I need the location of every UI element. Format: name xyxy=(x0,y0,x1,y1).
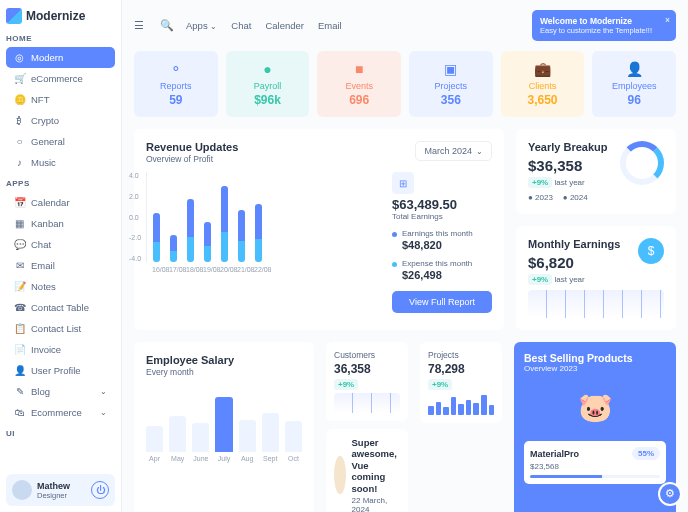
yearly-breakup-card: Yearly Breakup $36,358 +9% last year ● 2… xyxy=(516,129,676,214)
nav-kanban[interactable]: ▦Kanban xyxy=(6,213,115,234)
table-icon: ☎ xyxy=(14,302,25,313)
nav-label: Chat xyxy=(31,239,51,250)
coin-icon: 🪙 xyxy=(14,94,25,105)
close-icon[interactable]: × xyxy=(665,15,670,25)
search-icon[interactable]: 🔍 xyxy=(160,19,174,33)
nav-nft[interactable]: 🪙NFT xyxy=(6,89,115,110)
sparkline xyxy=(334,393,400,413)
trend-badge: +9% xyxy=(428,379,452,390)
sidebar: Modernize HOME ◎Modern 🛒eCommerce 🪙NFT ₿… xyxy=(0,0,122,512)
stat-value: $96k xyxy=(232,93,304,107)
stat-projects[interactable]: ▣Projects356 xyxy=(409,51,493,117)
nav-general[interactable]: ○General xyxy=(6,131,115,152)
grid-icon: ⊞ xyxy=(392,172,414,194)
note-icon: 📝 xyxy=(14,281,25,292)
topnav-chat[interactable]: Chat xyxy=(231,20,251,31)
stat-label: Reports xyxy=(140,81,212,91)
event-title: Super awesome, Vue coming soon! xyxy=(352,437,400,494)
piggy-bank-icon: 🐷 xyxy=(524,377,666,437)
best-selling-card: Best Selling Products Overview 2023 🐷 Ma… xyxy=(514,342,676,512)
topbar: ☰ 🔍 Apps ⌄ Chat Calender Email Welcome t… xyxy=(134,0,676,51)
topnav-email[interactable]: Email xyxy=(318,20,342,31)
top-nav: Apps ⌄ Chat Calender Email xyxy=(186,20,342,31)
basket-icon: 🛍 xyxy=(14,407,25,418)
nav-ecommerce[interactable]: 🛒eCommerce xyxy=(6,68,115,89)
mail-icon: ✉ xyxy=(14,260,25,271)
nav-label: Crypto xyxy=(31,115,59,126)
share-icon: ⚬ xyxy=(140,61,212,77)
legend-2024: ● 2024 xyxy=(563,193,588,202)
chat-icon: 💬 xyxy=(14,239,25,250)
chevron-down-icon: ⌄ xyxy=(210,22,217,31)
stat-label: Events xyxy=(323,81,395,91)
settings-fab[interactable]: ⚙ xyxy=(658,482,682,506)
welcome-banner: Welcome to Modernize Easy to customize t… xyxy=(532,10,676,41)
main: ☰ 🔍 Apps ⌄ Chat Calender Email Welcome t… xyxy=(122,0,688,512)
nav-notes[interactable]: 📝Notes xyxy=(6,276,115,297)
music-icon: ♪ xyxy=(14,157,25,168)
stat-payroll[interactable]: ●Payroll$96k xyxy=(226,51,310,117)
product-price: $23,568 xyxy=(530,462,660,471)
banner-sub: Easy to customize the Template!!! xyxy=(540,26,652,35)
mini-label: Projects xyxy=(428,350,494,360)
stat-label: Payroll xyxy=(232,81,304,91)
menu-icon[interactable]: ☰ xyxy=(134,19,148,33)
user-icon: 👤 xyxy=(14,365,25,376)
trend-label: last year xyxy=(554,275,584,284)
stat-employees[interactable]: 👤Employees96 xyxy=(592,51,676,117)
nav-email[interactable]: ✉Email xyxy=(6,255,115,276)
revenue-chart: 4.02.00.0-2.0-4.0 16/0817/0818/0819/0820… xyxy=(146,172,380,313)
nav-contact-table[interactable]: ☎Contact Table xyxy=(6,297,115,318)
calendar-icon: 📅 xyxy=(14,197,25,208)
nav-label: General xyxy=(31,136,65,147)
revenue-card: Revenue Updates Overview of Profit March… xyxy=(134,129,504,330)
nav-crypto[interactable]: ₿Crypto xyxy=(6,110,115,131)
briefcase-icon: 💼 xyxy=(507,61,579,77)
nav-label: User Profile xyxy=(31,365,81,376)
avatar[interactable] xyxy=(12,480,32,500)
nav-invoice[interactable]: 📄Invoice xyxy=(6,339,115,360)
customers-card: Customers 36,358 +9% xyxy=(326,342,408,421)
topnav-apps[interactable]: Apps ⌄ xyxy=(186,20,217,31)
board-icon: ▦ xyxy=(14,218,25,229)
user-card: Mathew Designer ⏻ xyxy=(6,474,115,506)
nav-blog[interactable]: ✎Blog⌄ xyxy=(6,381,115,402)
logout-button[interactable]: ⏻ xyxy=(91,481,109,499)
sparkline xyxy=(528,290,664,318)
donut-chart xyxy=(620,141,664,185)
bsp-title: Best Selling Products xyxy=(524,352,666,364)
crypto-icon: ₿ xyxy=(14,115,25,126)
y-axis: 4.02.00.0-2.0-4.0 xyxy=(129,172,141,262)
nav-contact-list[interactable]: 📋Contact List xyxy=(6,318,115,339)
bar xyxy=(187,199,194,262)
metric-label: Earnings this month xyxy=(402,229,492,238)
period-label: March 2024 xyxy=(424,146,472,156)
nav-ecommerce-2[interactable]: 🛍Ecommerce⌄ xyxy=(6,402,115,423)
nav-label: Contact Table xyxy=(31,302,89,313)
nav-music[interactable]: ♪Music xyxy=(6,152,115,173)
nav-modern[interactable]: ◎Modern xyxy=(6,47,115,68)
stat-clients[interactable]: 💼Clients3,650 xyxy=(501,51,585,117)
stat-value: 59 xyxy=(140,93,212,107)
legend-2023: ● 2023 xyxy=(528,193,553,202)
mini-value: 78,298 xyxy=(428,362,494,376)
event-avatar xyxy=(334,456,346,494)
period-dropdown[interactable]: March 2024⌄ xyxy=(415,141,492,161)
stat-reports[interactable]: ⚬Reports59 xyxy=(134,51,218,117)
stat-value: 356 xyxy=(415,93,487,107)
topnav-calendar[interactable]: Calender xyxy=(265,20,304,31)
metric-label: Expense this month xyxy=(402,259,492,268)
stat-events[interactable]: ■Events696 xyxy=(317,51,401,117)
stat-label: Projects xyxy=(415,81,487,91)
nav-user-profile[interactable]: 👤User Profile xyxy=(6,360,115,381)
stat-value: 3,650 xyxy=(507,93,579,107)
list-icon: 📋 xyxy=(14,323,25,334)
trend-badge: +9% xyxy=(528,177,552,188)
nav-calendar[interactable]: 📅Calendar xyxy=(6,192,115,213)
nav-chat[interactable]: 💬Chat xyxy=(6,234,115,255)
view-report-button[interactable]: View Full Report xyxy=(392,291,492,313)
brand-logo[interactable]: Modernize xyxy=(6,8,115,24)
stat-row: ⚬Reports59 ●Payroll$96k ■Events696 ▣Proj… xyxy=(134,51,676,117)
stat-label: Employees xyxy=(598,81,670,91)
mini-label: Customers xyxy=(334,350,400,360)
